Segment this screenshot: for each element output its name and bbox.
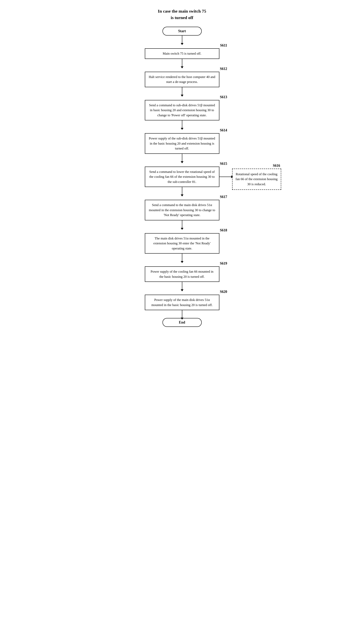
step-label-s614: S614 <box>220 128 227 132</box>
box-s619: Power supply of the cooling fan 66 mount… <box>145 266 219 282</box>
arrow-7 <box>182 254 182 261</box>
arrow-5 <box>182 187 182 195</box>
step-label-s616: S616 <box>273 164 280 168</box>
step-row-s620: S620 Power supply of the main disk drive… <box>94 290 271 310</box>
step-label-s613: S613 <box>220 95 227 99</box>
box-s616: Rotational speed of the cooling fan 66 o… <box>232 168 281 190</box>
h-arrow-line <box>219 177 231 177</box>
diagram-container: In case the main switch 75 is turned off… <box>94 8 271 619</box>
arrow-9 <box>182 310 182 318</box>
step-label-s615: S615 <box>220 162 227 166</box>
step-row-s613: S613 Send a command to sub-disk drives 5… <box>94 95 271 121</box>
step-row-s618: S618 The main disk drives 51α mounted in… <box>94 228 271 254</box>
step-row-s611: S611 Main switch 75 is turned off. <box>94 43 271 59</box>
step-label-s618: S618 <box>220 228 227 232</box>
text-s612: Halt service rendered to the host comput… <box>149 75 215 84</box>
step-row-s619: S619 Power supply of the cooling fan 66 … <box>94 261 271 282</box>
box-s617: Send a command to the main disk drives 5… <box>145 200 219 220</box>
step-row-s612: S612 Halt service rendered to the host c… <box>94 67 271 87</box>
box-s611: Main switch 75 is turned off. <box>145 48 219 59</box>
arrow-8 <box>182 282 182 290</box>
text-s614: Power supply of the sub-disk drives 51β … <box>149 137 215 150</box>
arrow-0 <box>182 36 182 43</box>
text-s619: Power supply of the cooling fan 66 mount… <box>150 270 213 278</box>
start-label: Start <box>178 29 186 33</box>
box-s615: Send a command to lower the rotational s… <box>145 166 219 187</box>
step-label-s611: S611 <box>220 43 227 48</box>
end-label: End <box>179 320 185 324</box>
step-label-s617: S617 <box>220 195 227 199</box>
text-s617: Send a command to the main disk drives 5… <box>149 203 215 217</box>
text-s618: The main disk drives 51α mounted in the … <box>153 237 211 250</box>
text-s611: Main switch 75 is turned off. <box>163 52 201 55</box>
box-s618: The main disk drives 51α mounted in the … <box>145 233 219 254</box>
step-label-s612: S612 <box>220 67 227 71</box>
step-row-s614: S614 Power supply of the sub-disk drives… <box>94 128 271 154</box>
text-s613: Send a command to sub-disk drives 51β mo… <box>149 103 215 117</box>
box-s612: Halt service rendered to the host comput… <box>145 72 219 87</box>
page-title: In case the main switch 75 is turned off <box>158 8 206 21</box>
text-s615: Send a command to lower the rotational s… <box>149 170 215 184</box>
arrow-3 <box>182 120 182 128</box>
title-line1: In case the main switch 75 <box>158 9 206 13</box>
arrow-4 <box>182 154 182 162</box>
arrow-6 <box>182 220 182 228</box>
arrow-1 <box>182 59 182 67</box>
flow-column: Start S611 Main switch 75 is turned off.… <box>94 27 271 327</box>
step-row-s617: S617 Send a command to the main disk dri… <box>94 195 271 220</box>
box-s613: Send a command to sub-disk drives 51β mo… <box>145 100 219 121</box>
title-line2: is turned off <box>171 15 193 20</box>
start-box: Start <box>162 27 202 36</box>
step-label-s620: S620 <box>220 290 227 294</box>
box-s614: Power supply of the sub-disk drives 51β … <box>145 133 219 154</box>
text-s620: Power supply of the main disk drives 51α… <box>151 298 213 307</box>
s616-container: S616 Rotational speed of the cooling fan… <box>232 164 281 190</box>
step-row-s615: S615 Send a command to lower the rotatio… <box>94 162 271 187</box>
text-s616: Rotational speed of the cooling fan 66 o… <box>236 172 278 186</box>
horizontal-arrow-s616 <box>219 175 233 178</box>
step-label-s619: S619 <box>220 261 227 265</box>
arrow-2 <box>182 87 182 95</box>
box-s620: Power supply of the main disk drives 51α… <box>145 295 219 310</box>
